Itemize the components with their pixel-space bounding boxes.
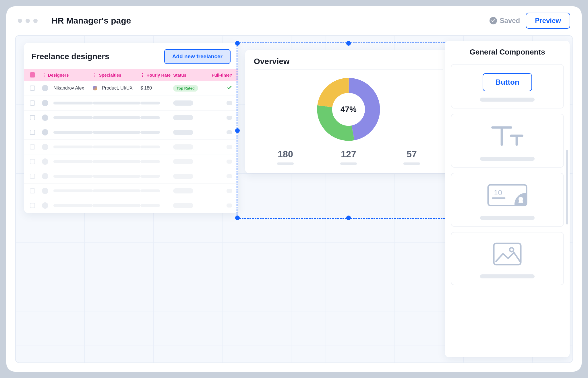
card-icon: 10 xyxy=(486,204,529,209)
placeholder xyxy=(53,102,93,104)
placeholder xyxy=(173,203,193,208)
stat-item: 180 xyxy=(277,149,294,165)
placeholder xyxy=(53,131,93,134)
window-traffic-lights xyxy=(18,19,38,23)
placeholder xyxy=(140,131,160,134)
svg-text:10: 10 xyxy=(494,188,502,197)
rate-value: $ 180 xyxy=(140,86,173,91)
placeholder xyxy=(140,116,160,119)
placeholder xyxy=(140,189,160,192)
overview-stats: 180 127 57 xyxy=(254,146,443,165)
table-row[interactable]: Nikandrov Alex Product, UI/UX $ 180 Top … xyxy=(24,81,238,96)
placeholder xyxy=(480,157,535,161)
svg-rect-9 xyxy=(494,243,521,265)
designer-name: Nikandrov Alex xyxy=(53,86,84,91)
placeholder xyxy=(173,100,193,106)
avatar xyxy=(42,115,48,121)
row-checkbox[interactable] xyxy=(30,159,35,164)
image-icon xyxy=(492,263,523,268)
placeholder xyxy=(93,160,140,163)
placeholder xyxy=(227,116,232,120)
placeholder xyxy=(93,204,140,207)
placeholder xyxy=(403,162,420,165)
placeholder xyxy=(53,146,93,148)
table-row-placeholder xyxy=(24,125,238,140)
row-checkbox[interactable] xyxy=(30,86,35,91)
row-checkbox[interactable] xyxy=(30,188,35,193)
svg-point-10 xyxy=(510,248,514,252)
freelancers-card[interactable]: Freelance designers Add new freelancer ⋮… xyxy=(24,43,238,213)
placeholder xyxy=(227,130,232,134)
row-checkbox[interactable] xyxy=(30,115,35,120)
placeholder xyxy=(53,116,93,119)
placeholder xyxy=(53,189,93,192)
component-image[interactable] xyxy=(451,232,564,285)
resize-handle-bot-left[interactable] xyxy=(235,216,240,220)
row-checkbox[interactable] xyxy=(30,144,35,150)
avatar xyxy=(42,129,48,135)
component-text[interactable] xyxy=(451,114,564,168)
table-row-placeholder xyxy=(24,198,238,213)
overview-title: Overview xyxy=(254,57,443,66)
avatar xyxy=(42,202,48,209)
component-card[interactable]: 10 xyxy=(451,173,564,227)
avatar xyxy=(42,100,48,106)
placeholder xyxy=(173,115,193,120)
table-row-placeholder xyxy=(24,184,238,198)
avatar xyxy=(42,188,48,194)
column-header-fulltime[interactable]: Full-time? xyxy=(206,73,232,77)
resize-handle-top-mid[interactable] xyxy=(346,41,351,46)
table-row-placeholder xyxy=(24,96,238,111)
check-circle-icon xyxy=(490,17,497,24)
placeholder xyxy=(340,162,357,165)
placeholder xyxy=(53,175,93,178)
text-icon xyxy=(489,145,526,150)
row-checkbox[interactable] xyxy=(30,174,35,179)
add-freelancer-button[interactable]: Add new freelancer xyxy=(164,49,231,64)
traffic-light-dot xyxy=(26,19,30,23)
placeholder xyxy=(173,130,193,135)
scrollbar[interactable] xyxy=(566,150,568,224)
traffic-light-dot xyxy=(33,19,38,23)
row-checkbox[interactable] xyxy=(30,100,35,106)
column-header-status[interactable]: Status xyxy=(173,73,206,77)
resize-handle-bot-mid[interactable] xyxy=(346,216,351,220)
overview-card[interactable]: Overview 47% 180 xyxy=(245,50,452,173)
column-header-designers[interactable]: ⋮ Designers xyxy=(42,72,93,77)
saved-status: Saved xyxy=(490,17,520,25)
page-title: HR Manager's page xyxy=(51,16,484,26)
placeholder xyxy=(480,98,535,102)
avatar xyxy=(42,173,48,179)
stat-value: 180 xyxy=(277,149,294,160)
specialties-value: Product, UI/UX xyxy=(102,86,133,91)
avatar xyxy=(42,158,48,165)
avatar xyxy=(42,144,48,150)
components-panel-title: General Components xyxy=(451,48,564,57)
select-all-checkbox[interactable] xyxy=(30,72,35,77)
editor-canvas[interactable]: Freelance designers Add new freelancer ⋮… xyxy=(15,35,573,363)
button-component-preview: Button xyxy=(483,73,532,91)
row-checkbox[interactable] xyxy=(30,203,35,208)
column-header-specialties[interactable]: ⋮ Specialties xyxy=(93,72,140,77)
placeholder xyxy=(277,162,294,165)
titlebar: HR Manager's page Saved Preview xyxy=(6,6,582,35)
table-row-placeholder xyxy=(24,154,238,169)
placeholder xyxy=(480,216,535,220)
column-header-hourly-rate[interactable]: ⋮ Hourly Rate xyxy=(140,72,173,77)
placeholder xyxy=(93,131,140,134)
placeholder xyxy=(173,159,193,164)
freelancers-table: ⋮ Designers ⋮ Specialties ⋮ Hourly Rate … xyxy=(24,69,238,213)
placeholder xyxy=(53,160,93,163)
placeholder xyxy=(173,188,193,193)
placeholder xyxy=(140,204,160,207)
placeholder xyxy=(227,101,232,105)
stat-value: 127 xyxy=(340,149,357,160)
stat-item: 127 xyxy=(340,149,357,165)
preview-button[interactable]: Preview xyxy=(526,13,570,29)
placeholder xyxy=(93,146,140,148)
row-checkbox[interactable] xyxy=(30,130,35,135)
table-header-row: ⋮ Designers ⋮ Specialties ⋮ Hourly Rate … xyxy=(24,69,238,81)
component-button[interactable]: Button xyxy=(451,64,564,108)
placeholder xyxy=(227,189,232,193)
stat-value: 57 xyxy=(403,149,420,160)
